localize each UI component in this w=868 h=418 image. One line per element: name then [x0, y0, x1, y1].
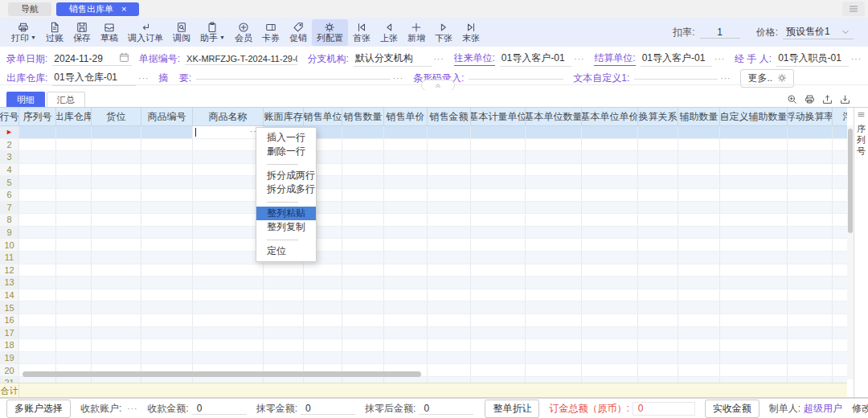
context-menu-item[interactable]: 拆分成两行 — [256, 169, 316, 182]
vertical-scrollbar[interactable] — [847, 125, 854, 379]
table-cell[interactable] — [428, 214, 471, 226]
table-cell[interactable] — [720, 239, 788, 251]
table-cell[interactable] — [92, 277, 141, 289]
table-cell[interactable] — [471, 339, 526, 351]
table-cell[interactable] — [638, 352, 678, 364]
calendar-icon[interactable] — [119, 52, 129, 65]
table-cell[interactable] — [428, 239, 471, 251]
table-cell[interactable] — [56, 239, 92, 251]
table-cell[interactable] — [428, 277, 471, 289]
table-cell[interactable] — [833, 239, 847, 251]
row-number-cell[interactable]: 10 — [0, 239, 19, 251]
table-cell[interactable] — [384, 327, 428, 339]
table-cell[interactable] — [264, 301, 304, 314]
table-cell[interactable] — [526, 314, 582, 326]
table-cell[interactable] — [471, 151, 526, 163]
column-header[interactable]: 行号 — [0, 108, 19, 125]
table-cell[interactable] — [193, 227, 264, 239]
table-cell[interactable] — [638, 339, 678, 351]
table-row[interactable]: 6 — [0, 189, 847, 202]
table-cell[interactable] — [720, 139, 788, 151]
table-cell[interactable] — [304, 264, 342, 277]
table-cell[interactable] — [788, 164, 833, 176]
table-row[interactable]: 17 — [0, 327, 847, 340]
table-cell[interactable] — [342, 139, 384, 151]
table-row[interactable]: ►··· — [0, 126, 847, 139]
column-header[interactable]: 商品名称 — [193, 108, 264, 125]
table-cell[interactable] — [193, 139, 264, 151]
summary-input[interactable] — [196, 77, 391, 80]
table-cell[interactable] — [384, 289, 428, 301]
table-cell[interactable] — [526, 264, 582, 277]
table-cell[interactable] — [638, 277, 678, 289]
column-header[interactable]: 辅助数量 — [678, 108, 720, 125]
table-cell[interactable] — [193, 164, 264, 176]
toolbar-button-import-order[interactable]: 调入订单 — [123, 19, 168, 46]
table-row[interactable]: 19 — [0, 352, 847, 365]
table-cell[interactable] — [428, 264, 471, 277]
table-cell[interactable] — [788, 239, 833, 251]
table-cell[interactable] — [788, 352, 833, 364]
row-number-cell[interactable]: 5 — [0, 176, 19, 188]
table-cell[interactable] — [384, 227, 428, 239]
table-cell[interactable] — [471, 289, 526, 301]
price-select[interactable]: 预设售价1 — [783, 25, 854, 39]
table-cell[interactable] — [19, 176, 56, 188]
table-cell[interactable] — [384, 189, 428, 201]
table-cell[interactable] — [638, 314, 678, 326]
table-cell[interactable] — [788, 176, 833, 188]
table-cell[interactable] — [19, 214, 56, 226]
table-cell[interactable] — [56, 164, 92, 176]
table-cell[interactable] — [342, 339, 384, 351]
table-cell[interactable] — [638, 289, 678, 301]
table-cell[interactable] — [678, 264, 720, 277]
table-cell[interactable] — [526, 176, 582, 188]
table-cell[interactable] — [428, 314, 471, 326]
table-cell[interactable] — [678, 314, 720, 326]
table-cell[interactable] — [193, 352, 264, 364]
toolbar-button-column-config[interactable]: 列配置 — [312, 19, 348, 46]
table-cell[interactable] — [193, 289, 264, 301]
table-cell[interactable] — [384, 176, 428, 188]
table-row[interactable]: 15 — [0, 301, 847, 314]
table-cell[interactable] — [384, 277, 428, 289]
table-cell[interactable] — [526, 214, 582, 226]
table-cell[interactable] — [471, 202, 526, 214]
table-cell[interactable] — [384, 252, 428, 264]
table-cell[interactable] — [141, 139, 193, 151]
table-cell[interactable] — [788, 126, 833, 138]
table-cell[interactable] — [582, 239, 638, 251]
table-row[interactable]: 14 — [0, 289, 847, 302]
table-cell[interactable] — [384, 164, 428, 176]
barcode-input[interactable] — [469, 77, 563, 80]
table-cell[interactable] — [582, 126, 638, 138]
table-cell[interactable] — [720, 164, 788, 176]
table-cell[interactable] — [141, 339, 193, 351]
table-cell[interactable] — [678, 301, 720, 314]
table-cell[interactable] — [19, 277, 56, 289]
table-cell[interactable] — [92, 252, 141, 264]
table-cell[interactable] — [526, 227, 582, 239]
context-menu-item[interactable]: 拆分成多行 — [256, 182, 316, 196]
table-cell[interactable] — [92, 126, 141, 138]
column-header[interactable]: 销售金额 — [428, 108, 471, 125]
table-cell[interactable] — [384, 314, 428, 326]
table-cell[interactable] — [19, 314, 56, 326]
actual-amount-button[interactable]: 实收金额 — [705, 400, 760, 418]
table-cell[interactable] — [56, 126, 92, 138]
context-menu-item[interactable]: 定位 — [256, 244, 316, 258]
table-cell[interactable] — [342, 151, 384, 163]
table-cell[interactable] — [833, 314, 847, 326]
table-row[interactable]: 7 — [0, 202, 847, 215]
table-cell[interactable] — [141, 277, 193, 289]
table-cell[interactable] — [56, 314, 92, 326]
table-cell[interactable] — [678, 202, 720, 214]
table-cell[interactable] — [720, 214, 788, 226]
row-number-cell[interactable]: 12 — [0, 264, 19, 277]
table-cell[interactable] — [342, 126, 384, 138]
row-number-cell[interactable]: 19 — [0, 352, 19, 364]
table-cell[interactable] — [428, 176, 471, 188]
table-cell[interactable] — [19, 252, 56, 264]
receive-account-lookup-button[interactable]: ··· — [127, 404, 137, 413]
row-number-cell[interactable]: 16 — [0, 314, 19, 326]
